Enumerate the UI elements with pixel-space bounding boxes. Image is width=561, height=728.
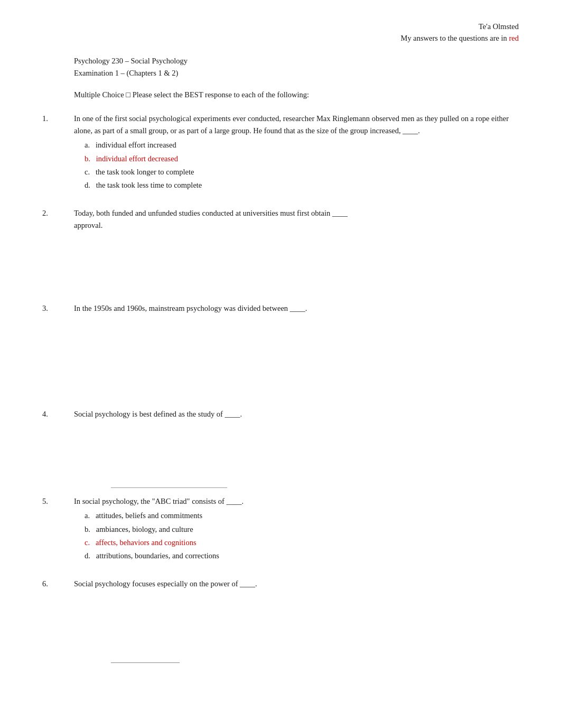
question-6: 6. Social psychology focuses especially … [42,578,519,641]
divider-bottom [111,662,180,663]
instructions: Multiple Choice □ Please select the BEST… [74,89,519,101]
question-1-content: In one of the first social psychological… [74,113,519,192]
question-5-number: 5. [42,495,74,563]
question-1-number: 1. [42,113,74,192]
question-1-choices: a. individual effort increased b. indivi… [85,139,519,191]
q1-choice-a: a. individual effort increased [85,139,519,151]
q1-choice-c: c. the task took longer to complete [85,166,519,178]
q5-choice-a: a. attitudes, beliefs and commitments [85,510,519,522]
question-2-content: Today, both funded and unfunded studies … [74,207,519,271]
note-prefix: My answers to the questions are in [401,34,509,42]
question-6-text: Social psychology focuses especially on … [74,578,519,590]
student-name: Te'a Olmsted [42,21,519,33]
question-5-choices: a. attitudes, beliefs and commitments b.… [85,510,519,562]
question-4: 4. Social psychology is best defined as … [42,408,519,472]
question-5-content: In social psychology, the "ABC triad" co… [74,495,519,563]
question-2-text: Today, both funded and unfunded studies … [74,207,519,232]
question-5-text: In social psychology, the "ABC triad" co… [74,495,519,508]
question-3-content: In the 1950s and 1960s, mainstream psych… [74,302,519,366]
course-line1: Psychology 230 – Social Psychology [74,55,519,67]
question-6-content: Social psychology focuses especially on … [74,578,519,641]
question-3: 3. In the 1950s and 1960s, mainstream ps… [42,302,519,366]
question-4-content: Social psychology is best defined as the… [74,408,519,472]
question-1-text: In one of the first social psychological… [74,113,519,137]
q5-choice-c: c. affects, behaviors and cognitions [85,537,519,549]
header-note: My answers to the questions are in red [42,33,519,44]
question-3-number: 3. [42,302,74,366]
question-4-text: Social psychology is best defined as the… [74,408,519,420]
q5-choice-b: b. ambiances, biology, and culture [85,523,519,536]
question-6-number: 6. [42,578,74,641]
note-color-word: red [509,34,519,42]
q1-choice-b: b. individual effort decreased [85,153,519,165]
divider-1 [111,487,227,488]
question-2: 2. Today, both funded and unfunded studi… [42,207,519,271]
course-info: Psychology 230 – Social Psychology Exami… [74,55,519,79]
q5-choice-d: d. attributions, boundaries, and correct… [85,550,519,562]
question-4-number: 4. [42,408,74,472]
question-3-text: In the 1950s and 1960s, mainstream psych… [74,302,519,315]
question-1: 1. In one of the first social psychologi… [42,113,519,192]
page: Te'a Olmsted My answers to the questions… [0,0,561,728]
question-2-number: 2. [42,207,74,271]
header-block: Te'a Olmsted My answers to the questions… [42,21,519,44]
q1-choice-d: d. the task took less time to complete [85,179,519,191]
course-line2: Examination 1 – (Chapters 1 & 2) [74,67,519,79]
question-5: 5. In social psychology, the "ABC triad"… [42,495,519,563]
questions-area: 1. In one of the first social psychologi… [42,113,519,663]
